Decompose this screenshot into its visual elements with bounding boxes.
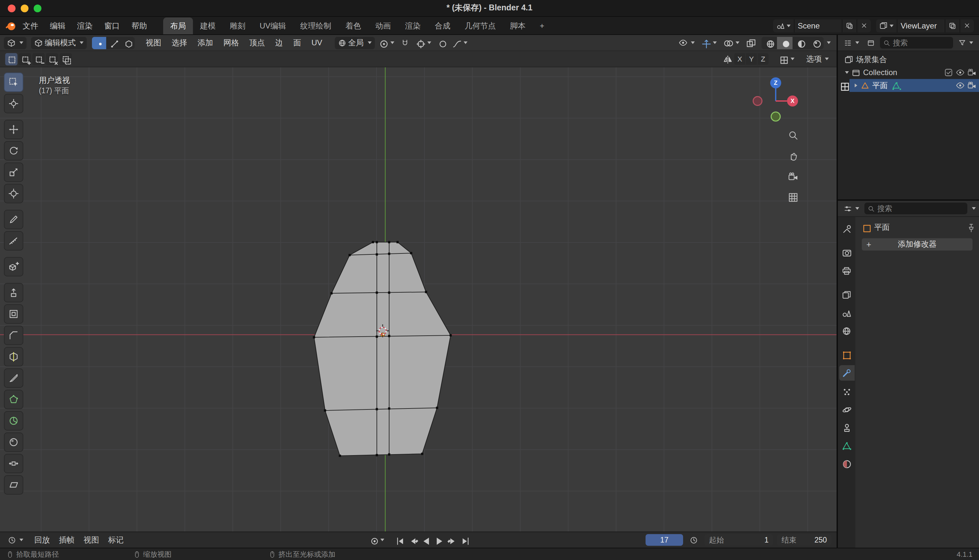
expand-chevron-icon[interactable]	[855, 83, 857, 87]
scale-tool-button[interactable]	[4, 162, 23, 182]
add-modifier-button[interactable]: + 添加修改器	[862, 238, 972, 250]
collection-render-camera-icon[interactable]	[967, 68, 976, 77]
frame-start-field[interactable]: 起始 1	[704, 534, 773, 546]
select-subtract-button[interactable]	[32, 53, 45, 65]
navigation-gizmo[interactable]: Z X	[750, 75, 802, 127]
next-keyframe-button[interactable]	[445, 534, 457, 546]
timeline-editor-type-button[interactable]	[5, 534, 26, 546]
pivot-point-dropdown[interactable]	[376, 37, 397, 49]
view-layer-name-field[interactable]: ViewLayer	[897, 19, 945, 32]
properties-editor-type-button[interactable]	[841, 202, 862, 215]
mirror-y-button[interactable]: Y	[746, 53, 757, 65]
tab-scripting[interactable]: 脚本	[503, 17, 532, 34]
material-preview-button[interactable]	[792, 37, 808, 49]
scene-unlink-button[interactable]	[857, 19, 871, 32]
tab-animation[interactable]: 动画	[368, 17, 398, 34]
tab-constraints[interactable]	[839, 420, 854, 435]
tab-tool[interactable]	[839, 221, 854, 236]
viewport-canvas[interactable]: 用户透视 (17) 平面	[0, 67, 837, 532]
prev-keyframe-button[interactable]	[406, 534, 418, 546]
spin-tool-button[interactable]	[4, 411, 23, 430]
zoom-window-button[interactable]	[34, 5, 42, 12]
current-frame-field[interactable]: 17	[645, 534, 683, 546]
viewport-menu-add[interactable]: 添加	[193, 35, 218, 51]
scene-collection-row[interactable]: 场景集合	[838, 53, 979, 66]
viewport-menu-edge[interactable]: 边	[271, 35, 287, 51]
object-hide-eye-icon[interactable]	[956, 81, 965, 90]
vertex-select-button[interactable]	[92, 37, 106, 49]
outliner-display-mode-button[interactable]	[864, 37, 877, 49]
plane-object-row[interactable]: 平面	[838, 79, 979, 92]
mirror-x-button[interactable]: X	[734, 53, 745, 65]
tab-particles[interactable]	[839, 383, 854, 399]
transform-orientation-dropdown[interactable]: 全局	[334, 37, 375, 49]
jump-to-end-button[interactable]	[458, 534, 470, 546]
view-layer-duplicate-button[interactable]	[945, 19, 960, 32]
tab-geometry-nodes[interactable]: 几何节点	[457, 17, 503, 34]
gizmo-y-axis[interactable]	[771, 112, 780, 121]
frame-end-field[interactable]: 结束 250	[777, 534, 831, 546]
object-render-camera-icon[interactable]	[967, 81, 976, 90]
face-select-button[interactable]	[120, 37, 135, 49]
menu-render[interactable]: 渲染	[71, 17, 98, 35]
transform-tool-button[interactable]	[4, 184, 23, 203]
tab-output[interactable]	[839, 263, 854, 278]
proportional-falloff-dropdown[interactable]	[449, 37, 470, 49]
tab-material[interactable]	[839, 456, 854, 471]
snap-base-icon-button[interactable]	[776, 53, 797, 65]
blender-logo-icon[interactable]	[5, 20, 17, 32]
tab-sculpting[interactable]: 雕刻	[223, 17, 252, 34]
select-intersect-button[interactable]	[60, 53, 72, 65]
properties-search-input[interactable]	[877, 205, 964, 212]
add-workspace-button[interactable]: +	[532, 17, 551, 34]
edge-slide-tool-button[interactable]	[4, 454, 23, 473]
xray-toggle-button[interactable]	[743, 37, 757, 49]
timeline-menu-playback[interactable]: 回放	[30, 532, 54, 548]
menu-window[interactable]: 窗口	[98, 17, 126, 35]
collection-hide-eye-icon[interactable]	[956, 68, 965, 77]
viewport-menu-uv[interactable]: UV	[307, 35, 327, 51]
wireframe-shading-button[interactable]	[761, 37, 777, 49]
use-preview-range-button[interactable]	[687, 534, 700, 546]
knife-tool-button[interactable]	[4, 368, 23, 388]
poly-build-tool-button[interactable]	[4, 390, 23, 409]
zoom-view-button[interactable]	[785, 127, 802, 144]
tab-rendering[interactable]: 渲染	[398, 17, 428, 34]
shear-tool-button[interactable]	[4, 475, 23, 495]
editor-type-button[interactable]	[4, 37, 27, 49]
viewport-menu-view[interactable]: 视图	[141, 35, 166, 51]
tab-modifiers[interactable]	[839, 365, 854, 381]
play-reverse-button[interactable]	[419, 534, 431, 546]
auto-keying-button[interactable]	[367, 534, 387, 546]
outliner-search-input[interactable]	[893, 39, 950, 47]
timeline-menu-keying[interactable]: 插帧	[54, 532, 79, 548]
object-visibility-dropdown[interactable]	[676, 37, 697, 49]
tab-uv-editing[interactable]: UV编辑	[252, 17, 293, 34]
tab-view-layer[interactable]	[839, 287, 854, 302]
shading-settings-chevron[interactable]	[827, 42, 831, 44]
tab-object-data[interactable]	[839, 438, 854, 453]
expand-chevron-icon[interactable]	[845, 71, 849, 74]
outliner-search-field[interactable]	[880, 37, 953, 48]
view-layer-remove-button[interactable]	[960, 19, 974, 32]
outliner-filter-button[interactable]	[956, 37, 976, 49]
viewport-menu-vertex[interactable]: 顶点	[245, 35, 269, 51]
scene-name-field[interactable]: Scene	[794, 19, 842, 32]
play-button[interactable]	[432, 534, 444, 546]
snap-settings-dropdown[interactable]	[413, 37, 434, 49]
timeline-menu-view[interactable]: 视图	[79, 532, 103, 548]
tab-world[interactable]	[839, 323, 854, 338]
mirror-z-button[interactable]: Z	[757, 53, 769, 65]
bevel-tool-button[interactable]	[4, 326, 23, 345]
rendered-shading-button[interactable]	[808, 37, 824, 49]
tab-modeling[interactable]: 建模	[193, 17, 223, 34]
tab-texture-paint[interactable]: 纹理绘制	[293, 17, 338, 34]
minimize-window-button[interactable]	[21, 5, 28, 12]
menu-help[interactable]: 帮助	[126, 17, 153, 35]
jump-to-start-button[interactable]	[394, 534, 405, 546]
camera-view-button[interactable]	[785, 168, 802, 185]
select-box-tool-button[interactable]	[4, 73, 23, 92]
viewport-menu-mesh[interactable]: 网格	[219, 35, 243, 51]
select-set-button[interactable]	[5, 53, 17, 65]
smooth-tool-button[interactable]	[4, 432, 23, 452]
